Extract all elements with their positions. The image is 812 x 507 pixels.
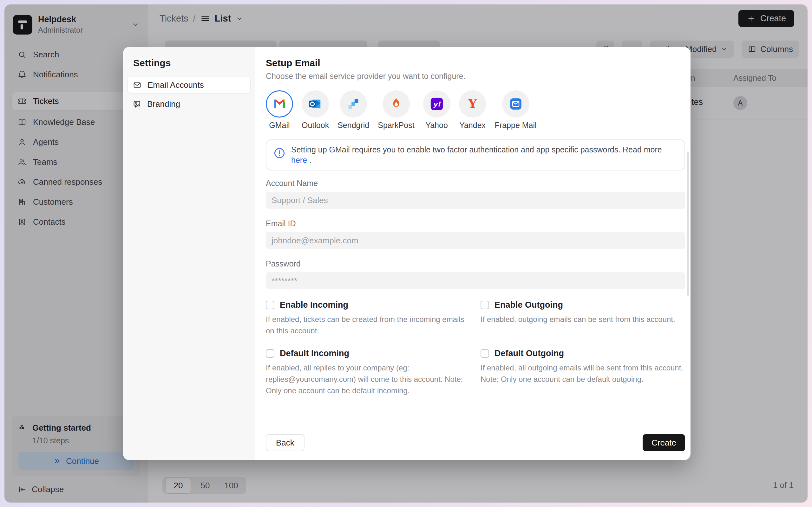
provider-label: Outlook <box>302 121 329 130</box>
gmail-info-alert: Setting up GMail requires you to enable … <box>266 139 685 170</box>
svg-text:y!: y! <box>433 100 441 108</box>
desktop-background: Helpdesk Administrator Search Notificati… <box>0 0 812 507</box>
option-head: Enable Incoming <box>266 300 469 310</box>
app-window: Helpdesk Administrator Search Notificati… <box>4 4 808 503</box>
back-button[interactable]: Back <box>266 434 305 451</box>
svg-text:Y: Y <box>468 97 477 111</box>
provider-frappe-mail[interactable]: Frappe Mail <box>495 90 537 130</box>
field-account-name: Account Name <box>266 179 685 209</box>
option-label: Enable Outgoing <box>495 300 563 310</box>
info-icon <box>273 147 286 159</box>
option-label: Default Outgoing <box>495 349 564 358</box>
option-label: Enable Incoming <box>280 300 348 310</box>
provider-gmail[interactable]: GMail <box>266 90 293 130</box>
provider-yandex[interactable]: Y Yandex <box>459 90 486 130</box>
option-default-outgoing: Default Outgoing If enabled, all outgoin… <box>480 349 685 396</box>
mail-icon <box>133 81 142 89</box>
option-enable-incoming: Enable Incoming If enabled, tickets can … <box>266 300 469 337</box>
provider-label: Frappe Mail <box>495 121 537 130</box>
provider-sendgrid[interactable]: Sendgrid <box>338 90 369 130</box>
alert-suffix: . <box>307 156 311 164</box>
provider-label: SparkPost <box>378 121 414 130</box>
default-incoming-checkbox[interactable] <box>266 349 274 358</box>
provider-label: GMail <box>269 121 290 130</box>
option-head: Default Outgoing <box>480 349 685 358</box>
provider-label: Sendgrid <box>338 121 369 130</box>
option-description: If enabled, outgoing emails can be sent … <box>480 314 685 325</box>
alert-message: Setting up GMail requires you to enable … <box>291 145 662 154</box>
account-name-label: Account Name <box>266 179 685 188</box>
create-account-button[interactable]: Create <box>643 434 685 451</box>
page-subtitle: Choose the email service provider you wa… <box>266 72 685 81</box>
settings-item-label: Branding <box>147 99 180 109</box>
email-options: Enable Incoming If enabled, tickets can … <box>266 300 685 396</box>
option-enable-outgoing: Enable Outgoing If enabled, outgoing ema… <box>480 300 685 337</box>
option-label: Default Incoming <box>280 349 349 358</box>
yandex-icon: Y <box>459 90 486 118</box>
option-description: If enabled, all outgoing emails will be … <box>480 362 685 385</box>
scrollbar-thumb[interactable] <box>687 152 689 296</box>
alert-text: Setting up GMail requires you to enable … <box>291 145 677 165</box>
option-head: Enable Outgoing <box>480 300 685 310</box>
settings-item-branding[interactable]: Branding <box>128 96 251 112</box>
settings-item-label: Email Accounts <box>148 80 204 90</box>
image-up-icon <box>133 100 141 108</box>
option-description: If enabled, tickets can be created from … <box>266 314 469 337</box>
sparkpost-icon <box>383 90 410 118</box>
option-head: Default Incoming <box>266 349 469 358</box>
settings-sidebar: Settings Email Accounts Branding <box>123 47 255 460</box>
password-label: Password <box>266 259 685 268</box>
dialog-footer: Back Create <box>266 429 685 451</box>
setup-email-panel: Setup Email Choose the email service pro… <box>255 47 691 460</box>
yahoo-icon: y! <box>423 90 450 118</box>
default-outgoing-checkbox[interactable] <box>480 349 489 358</box>
sendgrid-icon <box>340 90 367 118</box>
provider-label: Yandex <box>459 121 486 130</box>
field-password: Password <box>266 259 685 289</box>
provider-sparkpost[interactable]: SparkPost <box>378 90 414 130</box>
read-more-link[interactable]: here <box>291 156 307 164</box>
outlook-icon <box>302 90 329 118</box>
enable-outgoing-checkbox[interactable] <box>480 301 489 309</box>
provider-label: Yahoo <box>425 121 448 130</box>
enable-incoming-checkbox[interactable] <box>266 301 274 309</box>
frappe-mail-icon <box>502 90 529 118</box>
gmail-icon <box>266 90 293 118</box>
email-id-input[interactable] <box>266 232 685 249</box>
option-description: If enabled, all replies to your company … <box>266 362 469 396</box>
settings-dialog: Settings Email Accounts Branding Setup E… <box>123 47 691 460</box>
page-title: Setup Email <box>266 58 685 68</box>
field-email-id: Email ID <box>266 219 685 249</box>
account-name-input[interactable] <box>266 192 685 209</box>
provider-picker: GMail Outlook Sendgrid <box>266 90 685 130</box>
settings-title: Settings <box>133 58 251 68</box>
email-id-label: Email ID <box>266 219 685 228</box>
provider-outlook[interactable]: Outlook <box>302 90 329 130</box>
option-default-incoming: Default Incoming If enabled, all replies… <box>266 349 469 396</box>
password-input[interactable] <box>266 272 685 289</box>
settings-item-email-accounts[interactable]: Email Accounts <box>128 77 251 93</box>
provider-yahoo[interactable]: y! Yahoo <box>423 90 450 130</box>
